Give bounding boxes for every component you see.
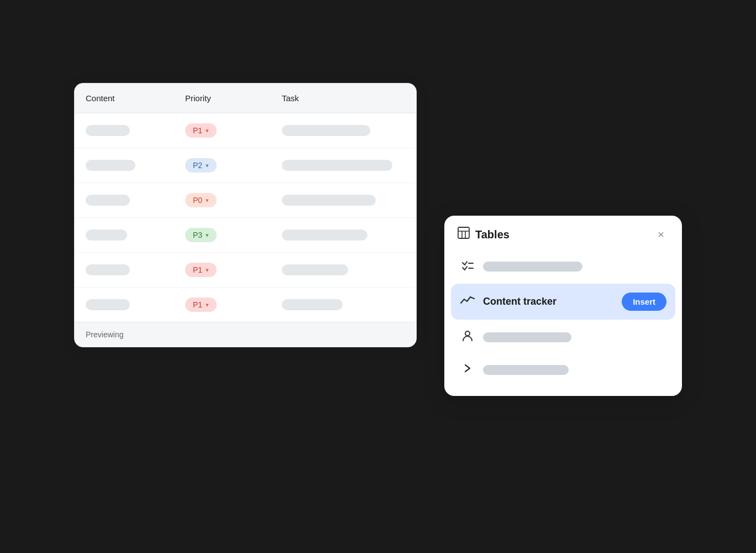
table-row: P0 ▾ [75, 183, 416, 218]
person-icon [460, 330, 475, 345]
content-cell [75, 190, 174, 210]
scene: Content Priority Task P1 ▾ [74, 83, 682, 470]
priority-cell: P1 ▾ [174, 293, 271, 316]
chevron-down-icon: ▾ [206, 301, 209, 309]
task-cell [271, 225, 416, 245]
priority-badge[interactable]: P3 ▾ [185, 228, 217, 242]
task-cell [271, 155, 416, 175]
task-cell [271, 121, 416, 140]
priority-cell: P1 ▾ [174, 119, 271, 142]
popup-list: Content tracker Insert [444, 251, 682, 396]
priority-cell: P2 ▾ [174, 154, 271, 177]
task-placeholder [282, 229, 368, 241]
priority-badge[interactable]: P0 ▾ [185, 193, 217, 207]
task-cell [271, 190, 416, 210]
chevron-down-icon: ▾ [206, 267, 209, 274]
popup-item-arrow[interactable] [451, 354, 675, 385]
table-row: P1 ▾ [75, 113, 416, 148]
table-header: Content Priority Task [75, 84, 416, 113]
content-placeholder [86, 299, 130, 310]
table-icon [458, 227, 470, 242]
table-row: P2 ▾ [75, 148, 416, 183]
popup-item-checklist[interactable] [451, 251, 675, 281]
popup-item-person[interactable] [451, 322, 675, 352]
table-card: Content Priority Task P1 ▾ [74, 83, 417, 347]
task-cell [271, 295, 416, 315]
content-placeholder [86, 125, 130, 136]
popup-item-label-bar [483, 332, 571, 342]
task-cell [271, 260, 416, 280]
table-row: P1 ▾ [75, 288, 416, 322]
col-header-task: Task [271, 84, 416, 113]
task-placeholder [282, 299, 343, 310]
previewing-label: Previewing [86, 330, 123, 339]
content-cell [75, 121, 174, 140]
table-body: P1 ▾ P2 ▾ [75, 113, 416, 322]
chevron-down-icon: ▾ [206, 197, 209, 204]
task-placeholder [282, 160, 392, 171]
popup-item-content-tracker[interactable]: Content tracker Insert [451, 284, 675, 320]
chevron-down-icon: ▾ [206, 162, 209, 169]
svg-rect-0 [458, 227, 469, 238]
content-placeholder [86, 229, 127, 241]
chevron-down-icon: ▾ [206, 127, 209, 134]
checklist-icon [460, 259, 475, 274]
priority-badge[interactable]: P1 ▾ [185, 263, 217, 277]
popup-header: Tables × [444, 216, 682, 251]
task-placeholder [282, 125, 370, 136]
priority-cell: P3 ▾ [174, 223, 271, 247]
content-placeholder [86, 160, 135, 171]
task-placeholder [282, 264, 348, 275]
table-row: P1 ▾ [75, 253, 416, 288]
table-footer: Previewing [75, 322, 416, 347]
insert-button[interactable]: Insert [622, 293, 666, 311]
arrow-right-icon [460, 362, 475, 377]
popup-item-label-bar [483, 262, 582, 272]
svg-point-6 [465, 331, 470, 336]
content-placeholder [86, 195, 130, 206]
priority-badge[interactable]: P2 ▾ [185, 158, 217, 173]
content-tracker-label: Content tracker [483, 296, 614, 307]
priority-badge[interactable]: P1 ▾ [185, 123, 217, 138]
popup-title-row: Tables [458, 227, 510, 242]
content-cell [75, 295, 174, 315]
close-button[interactable]: × [653, 227, 669, 242]
task-placeholder [282, 195, 376, 206]
priority-cell: P1 ▾ [174, 258, 271, 281]
content-cell [75, 155, 174, 175]
popup-item-label-bar [483, 365, 569, 375]
priority-cell: P0 ▾ [174, 189, 271, 212]
col-header-priority: Priority [174, 84, 271, 113]
chevron-down-icon: ▾ [206, 232, 209, 239]
table-row: P3 ▾ [75, 218, 416, 253]
tables-popup: Tables × [444, 216, 682, 396]
content-placeholder [86, 264, 130, 275]
popup-title: Tables [475, 228, 510, 241]
content-cell [75, 260, 174, 280]
trend-icon [460, 294, 475, 309]
col-header-content: Content [75, 84, 174, 113]
content-cell [75, 225, 174, 245]
priority-badge[interactable]: P1 ▾ [185, 298, 217, 312]
